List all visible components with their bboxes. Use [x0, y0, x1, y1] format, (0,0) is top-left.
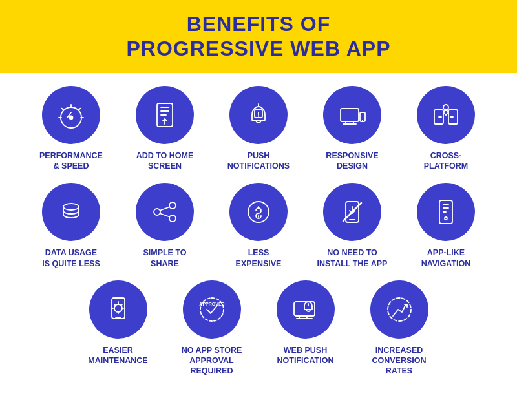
item-home-screen: ADD TO HOMESCREEN — [118, 86, 212, 172]
main-content: PERFORMANCE& SPEED ADD TO HOMESCREEN PUS… — [0, 73, 517, 395]
page-title: BENEFITS OF PROGRESSIVE WEB APP — [6, 12, 511, 61]
item-maintenance: EASIERMAINTENANCE — [71, 280, 165, 377]
circle-less-expensive — [229, 183, 288, 241]
item-no-install: NO NEED TOINSTALL THE APP — [306, 183, 399, 269]
item-web-push: WEB PUSHNOTIFICATION — [258, 280, 352, 377]
label-no-install: NO NEED TOINSTALL THE APP — [317, 247, 388, 269]
svg-text:APPROVED: APPROVED — [199, 302, 224, 306]
item-app-navigation: APP-LIKENAVIGATION — [399, 183, 493, 269]
item-performance: PERFORMANCE& SPEED — [25, 86, 118, 172]
label-web-push: WEB PUSHNOTIFICATION — [277, 345, 334, 366]
item-simple-share: SIMPLE TOSHARE — [118, 183, 212, 269]
svg-rect-4 — [341, 109, 359, 121]
circle-no-appstore: APPROVED — [183, 280, 241, 339]
label-no-appstore: NO APP STOREAPPROVALREQUIRED — [182, 345, 242, 377]
label-conversion: INCREASEDCONVERSIONRATES — [372, 345, 426, 377]
item-less-expensive: LESSEXPENSIVE — [212, 183, 306, 269]
label-less-expensive: LESSEXPENSIVE — [236, 247, 282, 269]
circle-responsive — [323, 86, 381, 144]
item-push-notifications: PUSHNOTIFICATIONS — [212, 86, 306, 172]
svg-point-8 — [443, 105, 448, 110]
label-simple-share: SIMPLE TOSHARE — [143, 247, 186, 269]
circle-data-usage — [42, 183, 100, 241]
circle-performance — [42, 86, 100, 144]
item-cross-platform: CROSS-PLATFORM — [399, 86, 493, 172]
circle-simple-share — [136, 183, 194, 241]
header: BENEFITS OF PROGRESSIVE WEB APP — [0, 0, 517, 73]
label-responsive: RESPONSIVEDESIGN — [326, 151, 378, 172]
svg-point-11 — [154, 209, 160, 215]
svg-point-16 — [445, 217, 447, 220]
circle-home-screen — [136, 86, 194, 144]
label-home-screen: ADD TO HOMESCREEN — [136, 151, 194, 172]
svg-point-13 — [248, 202, 269, 222]
circle-push-notifications — [229, 86, 288, 144]
label-maintenance: EASIERMAINTENANCE — [88, 345, 147, 366]
label-push-notifications: PUSHNOTIFICATIONS — [227, 151, 290, 172]
circle-maintenance — [89, 280, 147, 339]
label-cross-platform: CROSS-PLATFORM — [424, 151, 469, 172]
circle-no-install — [323, 183, 381, 241]
label-data-usage: DATA USAGEIS QUITE LESS — [42, 247, 100, 269]
circle-app-navigation — [417, 183, 475, 241]
label-app-navigation: APP-LIKENAVIGATION — [421, 247, 471, 269]
svg-point-10 — [169, 202, 176, 209]
circle-web-push — [277, 280, 335, 339]
item-conversion: INCREASEDCONVERSIONRATES — [352, 280, 446, 377]
item-no-appstore: APPROVED NO APP STOREAPPROVALREQUIRED — [165, 280, 258, 377]
benefits-grid: PERFORMANCE& SPEED ADD TO HOMESCREEN PUS… — [19, 86, 498, 388]
label-performance: PERFORMANCE& SPEED — [39, 151, 103, 172]
svg-point-22 — [388, 298, 411, 321]
item-data-usage: DATA USAGEIS QUITE LESS — [25, 183, 118, 269]
item-responsive: RESPONSIVEDESIGN — [306, 86, 399, 172]
svg-point-1 — [70, 116, 73, 119]
svg-point-9 — [63, 204, 79, 210]
svg-point-12 — [169, 215, 176, 222]
circle-cross-platform — [417, 86, 475, 144]
circle-conversion — [370, 280, 428, 339]
